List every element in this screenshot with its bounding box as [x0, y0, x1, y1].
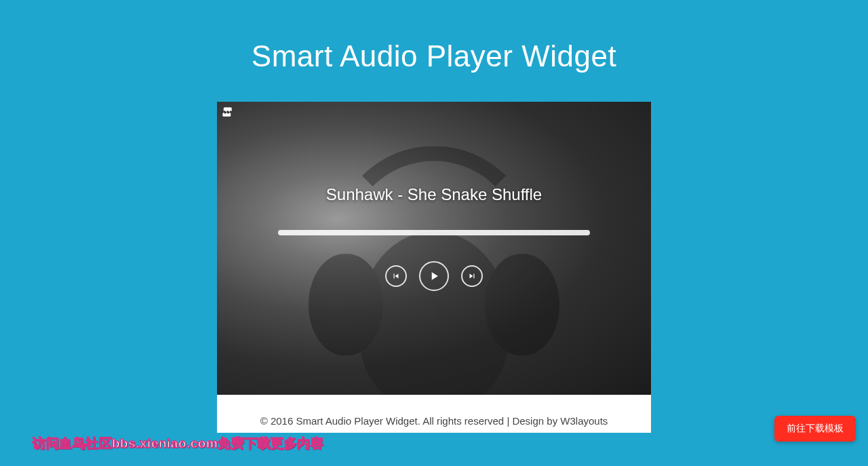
footer-copyright: © 2016 Smart Audio Player Widget. All ri… [260, 415, 561, 427]
album-art-area: Sunhawk - She Snake Shuffle [217, 102, 651, 395]
next-button[interactable] [461, 265, 483, 287]
player-overlay: Sunhawk - She Snake Shuffle [217, 102, 651, 395]
page-title: Smart Audio Player Widget [0, 0, 868, 73]
track-title: Sunhawk - She Snake Shuffle [326, 185, 542, 204]
prev-button[interactable] [385, 265, 407, 287]
download-template-button[interactable]: 前往下载模板 [774, 416, 856, 442]
skip-previous-icon [391, 271, 401, 281]
player-controls [385, 261, 483, 291]
widget-footer: © 2016 Smart Audio Player Widget. All ri… [217, 395, 651, 433]
footer-design-link[interactable]: W3layouts [560, 415, 608, 427]
play-icon [427, 269, 441, 283]
skip-next-icon [467, 271, 477, 281]
progress-bar[interactable] [278, 230, 590, 235]
watermark-text: 访问血鸟社区bbs.xieniao.com免费下载更多内容 [33, 435, 323, 452]
play-button[interactable] [419, 261, 449, 291]
audio-player-widget: Sunhawk - She Snake Shuffle [217, 102, 651, 433]
